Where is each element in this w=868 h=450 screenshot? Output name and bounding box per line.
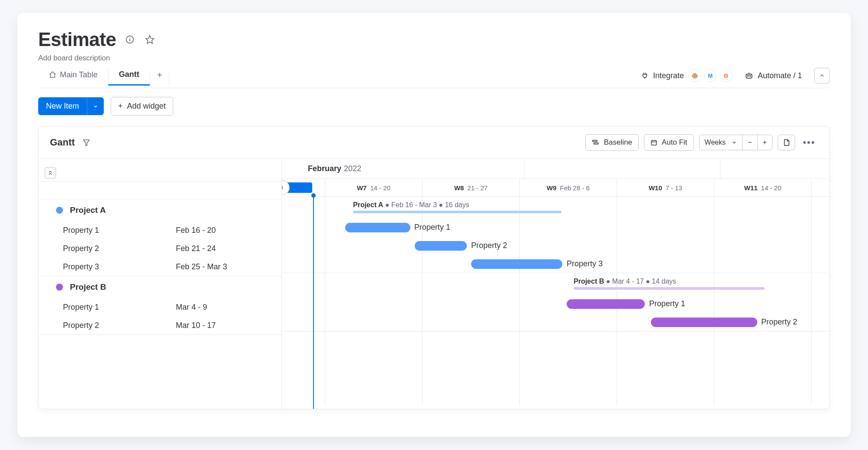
timescale-label: Weeks (705, 139, 726, 146)
bar-label: Property 2 (761, 318, 797, 327)
group-summary-bar[interactable] (574, 287, 765, 290)
week-code: W9 (547, 184, 557, 192)
filter-icon[interactable] (83, 139, 90, 146)
svg-rect-10 (651, 140, 657, 145)
automate-button[interactable]: Automate / 1 (745, 71, 802, 80)
calendar-icon (650, 139, 657, 146)
week-code: W8 (454, 184, 464, 192)
task-dates: Mar 4 - 9 (176, 303, 207, 312)
svg-marker-7 (84, 140, 90, 146)
group-summary-label: Project A ● Feb 16 - Mar 3 ● 16 days (353, 201, 469, 209)
integrate-icon (641, 72, 649, 79)
svg-point-2 (130, 37, 131, 38)
task-row[interactable]: Property 1 Feb 16 - 20 (39, 221, 281, 239)
task-bar[interactable] (471, 259, 562, 269)
group-color-dot (56, 284, 63, 291)
integrate-button[interactable]: Integrate 🐵 M ⚙ (641, 69, 733, 82)
tab-gantt[interactable]: Gantt (108, 70, 150, 86)
task-name: Property 2 (63, 321, 176, 330)
task-name: Property 1 (63, 226, 176, 235)
task-dates: Feb 25 - Mar 3 (176, 262, 227, 271)
month-label: February (308, 164, 341, 173)
task-dates: Feb 21 - 24 (176, 244, 216, 253)
task-bar[interactable] (415, 241, 467, 251)
week-code: W7 (357, 184, 367, 192)
week-range: Feb 28 - 6 (560, 184, 590, 192)
group-summary-label: Project B ● Mar 4 - 17 ● 14 days (574, 278, 676, 285)
task-row[interactable]: Property 3 Feb 25 - Mar 3 (39, 258, 281, 276)
new-item-button[interactable]: New Item (38, 97, 104, 115)
today-marker-line (313, 194, 314, 409)
baseline-button[interactable]: Baseline (585, 134, 639, 151)
svg-point-6 (749, 76, 750, 76)
app-icon-mailchimp[interactable]: 🐵 (688, 69, 701, 82)
gantt-timeline[interactable]: February2022 March2022 W714 - 20 W821 - … (282, 159, 829, 409)
task-row[interactable]: Property 1 Mar 4 - 9 (39, 298, 281, 316)
zoom-in-button[interactable]: + (758, 135, 772, 150)
app-icon-hubspot[interactable]: ⚙ (719, 69, 733, 82)
baseline-label: Baseline (604, 138, 632, 147)
task-row[interactable]: Property 2 Feb 21 - 24 (39, 239, 281, 258)
task-dates: Feb 16 - 20 (176, 226, 216, 235)
task-name: Property 2 (63, 244, 176, 253)
timescale-control: Weeks − + (699, 135, 772, 150)
new-item-dropdown[interactable] (87, 97, 104, 115)
board-description[interactable]: Add board description (38, 54, 830, 63)
export-button[interactable] (778, 135, 795, 150)
timescale-select[interactable]: Weeks (700, 135, 743, 150)
group-name: Project A (70, 205, 106, 215)
home-icon (49, 71, 56, 79)
gantt-panel: Gantt Baseline Auto Fit Weeks (38, 126, 830, 409)
week-range: 14 - 20 (370, 184, 390, 192)
group-color-dot (56, 207, 63, 214)
collapse-header-button[interactable] (814, 68, 830, 83)
board-card: Estimate Add board description Main Tabl… (17, 13, 851, 437)
week-code: W11 (744, 184, 758, 192)
integrate-label: Integrate (653, 71, 684, 80)
week-code: W10 (649, 184, 662, 192)
autofit-button[interactable]: Auto Fit (644, 134, 694, 151)
baseline-icon (592, 139, 600, 146)
svg-rect-9 (594, 143, 598, 144)
month-year: 2022 (344, 164, 361, 173)
autofit-label: Auto Fit (662, 138, 687, 147)
bar-label: Property 1 (414, 223, 450, 232)
bar-label: Property 3 (567, 259, 603, 268)
task-bar[interactable] (567, 299, 645, 309)
group-summary-bar[interactable] (353, 211, 561, 213)
tab-main-table[interactable]: Main Table (38, 70, 108, 86)
bar-label: Property 2 (471, 241, 507, 250)
zoom-out-button[interactable]: − (743, 135, 757, 150)
task-bar[interactable] (651, 318, 757, 327)
add-view-button[interactable]: + (150, 70, 170, 86)
task-dates: Mar 10 - 17 (176, 321, 216, 330)
gantt-widget-title[interactable]: Gantt (50, 137, 75, 148)
robot-icon (745, 71, 753, 80)
plus-icon: + (118, 102, 123, 111)
week-range: 7 - 13 (666, 184, 682, 192)
group-name: Project B (70, 282, 106, 292)
board-title[interactable]: Estimate (38, 29, 116, 50)
more-options-button[interactable]: ••• (800, 137, 818, 148)
chevron-down-icon (732, 140, 737, 145)
add-widget-button[interactable]: + Add widget (111, 97, 173, 116)
task-bar[interactable] (345, 223, 410, 232)
task-name: Property 3 (63, 262, 176, 271)
svg-rect-4 (746, 74, 752, 78)
gantt-task-list: Project A Property 1 Feb 16 - 20 Propert… (39, 159, 282, 409)
week-range: 21 - 27 (467, 184, 488, 192)
svg-marker-3 (146, 36, 154, 43)
collapse-all-button[interactable] (45, 167, 56, 179)
tab-label: Gantt (119, 70, 139, 79)
tab-label: Main Table (60, 70, 98, 79)
group-header-project-b[interactable]: Project B (39, 276, 281, 298)
new-item-label: New Item (46, 102, 79, 111)
group-header-project-a[interactable]: Project A (39, 199, 281, 221)
info-icon[interactable] (124, 33, 136, 46)
integration-app-icons: 🐵 M ⚙ (688, 69, 733, 82)
star-icon[interactable] (144, 33, 156, 46)
app-icon-gmail[interactable]: M (704, 69, 717, 82)
task-row[interactable]: Property 2 Mar 10 - 17 (39, 316, 281, 334)
svg-rect-8 (592, 140, 597, 142)
week-range: 14 - 20 (761, 184, 782, 192)
